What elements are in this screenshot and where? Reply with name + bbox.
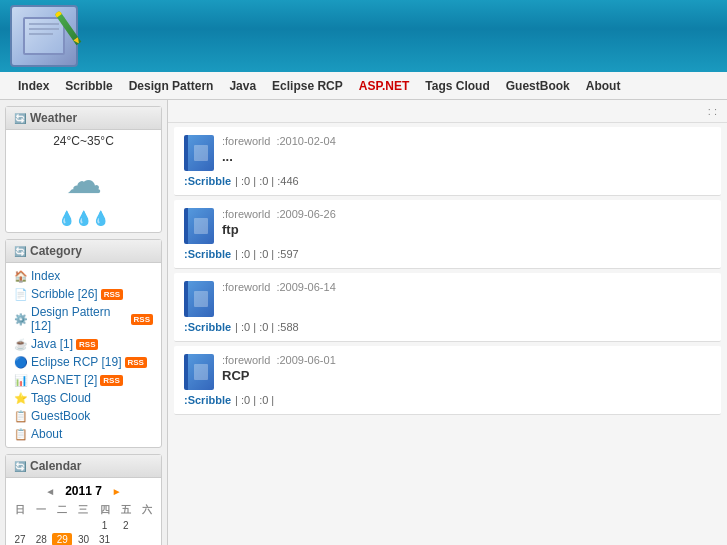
nav-scribble[interactable]: Scribble: [57, 79, 120, 93]
post-meta: :foreworld :2009-06-14: [222, 281, 711, 295]
post-header: :foreworld :2009-06-01 RCP: [184, 354, 711, 390]
weather-temp: 24°C~35°C: [6, 130, 161, 152]
calendar-prev-arrow[interactable]: ◄: [45, 486, 55, 497]
nav-guestbook[interactable]: GuestBook: [498, 79, 578, 93]
java-icon: ☕: [14, 338, 28, 351]
weather-widget-title: 🔄 Weather: [6, 107, 161, 130]
cloud-rain-icon: ☁: [66, 160, 102, 202]
post-author-date: :foreworld :2009-06-14: [222, 281, 711, 293]
post-stats: :Scribble | :0 | :0 |: [184, 394, 711, 406]
nav-aspnet[interactable]: ASP.NET: [351, 79, 417, 93]
home-icon: 🏠: [14, 270, 28, 283]
calendar-next-arrow[interactable]: ►: [112, 486, 122, 497]
weather-widget-icon: 🔄: [14, 113, 26, 124]
site-header: PJBLOG2: [0, 0, 727, 72]
cal-day[interactable]: 28: [31, 533, 51, 545]
post-header: :foreworld :2009-06-26 ftp: [184, 208, 711, 244]
post-book-icon: [184, 135, 214, 171]
post-book-icon: [184, 281, 214, 317]
guestbook-icon: 📋: [14, 410, 28, 423]
category-index-link[interactable]: Index: [31, 269, 60, 283]
category-scribble-link[interactable]: Scribble [26]: [31, 287, 98, 301]
category-widget: 🔄 Category 🏠 Index 📄 Scribble [26] RSS ⚙…: [5, 239, 162, 448]
cal-day-today[interactable]: 29: [52, 533, 72, 545]
cal-day-header: 二: [52, 502, 72, 518]
cal-day[interactable]: 2: [116, 519, 136, 532]
rss-badge: RSS: [101, 289, 123, 300]
post-header: :foreworld :2009-06-14: [184, 281, 711, 317]
post-title[interactable]: ...: [222, 149, 711, 164]
list-item: 🏠 Index: [6, 267, 161, 285]
nav-index[interactable]: Index: [10, 79, 57, 93]
post-author-date: :foreworld :2010-02-04: [222, 135, 711, 147]
post-views: | :0 | :0 | :597: [235, 248, 299, 260]
calendar-widget: 🔄 Calendar ◄ 2011 7 ► 日 一 二 三 四 五 六: [5, 454, 162, 545]
category-list: 🏠 Index 📄 Scribble [26] RSS ⚙️ Design Pa…: [6, 263, 161, 447]
post-stats: :Scribble | :0 | :0 | :446: [184, 175, 711, 187]
list-item: 📊 ASP.NET [2] RSS: [6, 371, 161, 389]
nav-design-pattern[interactable]: Design Pattern: [121, 79, 222, 93]
post-stats: :Scribble | :0 | :0 | :597: [184, 248, 711, 260]
category-about-link[interactable]: About: [31, 427, 62, 441]
calendar-header: ◄ 2011 7 ►: [10, 482, 157, 500]
cal-day: [73, 519, 93, 532]
design-pattern-icon: ⚙️: [14, 313, 28, 326]
post-author: :foreworld: [222, 135, 270, 147]
category-java-link[interactable]: Java [1]: [31, 337, 73, 351]
cal-day-header: 四: [95, 502, 115, 518]
cal-day[interactable]: 31: [95, 533, 115, 545]
sidebar: 🔄 Weather 24°C~35°C ☁ 💧💧💧 🔄 Category 🏠: [0, 100, 168, 545]
post-category: :Scribble: [184, 394, 231, 406]
post-meta: :foreworld :2009-06-01 RCP: [222, 354, 711, 385]
calendar-grid: 日 一 二 三 四 五 六 1 2 27 28 29: [10, 500, 157, 545]
category-guestbook-link[interactable]: GuestBook: [31, 409, 90, 423]
cal-day[interactable]: 30: [73, 533, 93, 545]
list-item: ⭐ Tags Cloud: [6, 389, 161, 407]
post-author-date: :foreworld :2009-06-01: [222, 354, 711, 366]
post-item: :foreworld :2010-02-04 ... :Scribble | :…: [174, 127, 721, 196]
cal-day-header: 五: [116, 502, 136, 518]
rss-badge: RSS: [131, 314, 153, 325]
category-aspnet-link[interactable]: ASP.NET [2]: [31, 373, 97, 387]
cal-day-header: 六: [137, 502, 157, 518]
post-title[interactable]: RCP: [222, 368, 711, 383]
cal-day[interactable]: 1: [95, 519, 115, 532]
post-meta: :foreworld :2010-02-04 ...: [222, 135, 711, 166]
post-category: :Scribble: [184, 175, 231, 187]
list-item: ⚙️ Design Pattern [12] RSS: [6, 303, 161, 335]
cal-day-header: 三: [73, 502, 93, 518]
logo-box: [10, 5, 78, 67]
post-item: :foreworld :2009-06-14 :Scribble | :0 | …: [174, 273, 721, 342]
nav-about[interactable]: About: [578, 79, 629, 93]
rss-badge: RSS: [76, 339, 98, 350]
nav-eclipse-rcp[interactable]: Eclipse RCP: [264, 79, 351, 93]
tags-cloud-icon: ⭐: [14, 392, 28, 405]
post-author: :foreworld: [222, 281, 270, 293]
category-design-pattern-link[interactable]: Design Pattern [12]: [31, 305, 128, 333]
post-views: | :0 | :0 | :446: [235, 175, 299, 187]
scribble-icon: 📄: [14, 288, 28, 301]
main-content: : : :foreworld :2010-02-04 ... :Scribble…: [168, 100, 727, 545]
category-eclipse-rcp-link[interactable]: Eclipse RCP [19]: [31, 355, 122, 369]
category-tags-cloud-link[interactable]: Tags Cloud: [31, 391, 91, 405]
calendar-body: ◄ 2011 7 ► 日 一 二 三 四 五 六 1: [6, 478, 161, 545]
post-views: | :0 | :0 |: [235, 394, 274, 406]
main-container: 🔄 Weather 24°C~35°C ☁ 💧💧💧 🔄 Category 🏠: [0, 100, 727, 545]
rss-badge: RSS: [100, 375, 122, 386]
cal-day: [31, 519, 51, 532]
list-item: ☕ Java [1] RSS: [6, 335, 161, 353]
post-stats: :Scribble | :0 | :0 | :588: [184, 321, 711, 333]
nav-tags-cloud[interactable]: Tags Cloud: [417, 79, 497, 93]
post-date: :2009-06-14: [276, 281, 335, 293]
post-date: :2010-02-04: [276, 135, 335, 147]
cal-day-header: 日: [10, 502, 30, 518]
post-category: :Scribble: [184, 321, 231, 333]
rain-drops-icon: 💧💧💧: [6, 210, 161, 232]
cal-day[interactable]: 27: [10, 533, 30, 545]
dots-menu[interactable]: : :: [708, 105, 717, 117]
post-author: :foreworld: [222, 354, 270, 366]
nav-java[interactable]: Java: [221, 79, 264, 93]
calendar-year-month: 2011 7: [65, 484, 102, 498]
post-title[interactable]: ftp: [222, 222, 711, 237]
weather-widget: 🔄 Weather 24°C~35°C ☁ 💧💧💧: [5, 106, 162, 233]
